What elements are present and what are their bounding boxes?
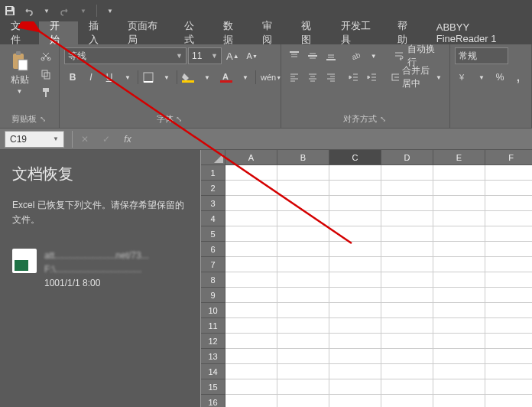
- cell[interactable]: [433, 165, 485, 181]
- border-caret[interactable]: ▼: [158, 69, 175, 86]
- cell[interactable]: [225, 395, 277, 407]
- cell[interactable]: [277, 288, 329, 303]
- cell[interactable]: [381, 196, 433, 211]
- cell[interactable]: [381, 395, 433, 407]
- paste-button[interactable]: 粘贴 ▼: [5, 47, 34, 98]
- enter-formula-button[interactable]: ✓: [97, 131, 115, 148]
- row-header[interactable]: 4: [201, 211, 225, 226]
- cancel-formula-button[interactable]: ✕: [76, 131, 94, 148]
- cell[interactable]: [329, 364, 381, 379]
- cell[interactable]: [381, 257, 433, 272]
- row-header[interactable]: 13: [201, 349, 225, 364]
- font-size-combo[interactable]: 11▼: [188, 47, 222, 64]
- cell[interactable]: [329, 334, 381, 349]
- cell[interactable]: [277, 272, 329, 288]
- recovery-item[interactable]: att........................net/73... F:\…: [12, 249, 188, 290]
- cell[interactable]: [433, 364, 485, 379]
- cell[interactable]: [381, 226, 433, 242]
- row-header[interactable]: 14: [201, 364, 225, 379]
- cell[interactable]: [329, 181, 381, 196]
- cell[interactable]: [329, 165, 381, 181]
- cell[interactable]: [381, 272, 433, 288]
- tab-data[interactable]: 数据: [212, 21, 251, 44]
- italic-button[interactable]: I: [83, 69, 99, 86]
- wrap-text-button[interactable]: 自动换行: [391, 47, 445, 64]
- cell[interactable]: [225, 303, 277, 318]
- font-name-combo[interactable]: 等线▼: [64, 47, 187, 64]
- cell[interactable]: [485, 272, 532, 288]
- row-header[interactable]: 6: [201, 242, 225, 257]
- increase-font-button[interactable]: A▲: [223, 47, 242, 64]
- cell[interactable]: [225, 181, 277, 196]
- currency-caret[interactable]: ▼: [473, 69, 490, 86]
- cell[interactable]: [277, 181, 329, 196]
- fill-color-caret[interactable]: ▼: [199, 69, 216, 86]
- tab-abbyy[interactable]: ABBYY FineReader 1: [426, 21, 532, 44]
- cell[interactable]: [381, 181, 433, 196]
- currency-button[interactable]: ¥: [455, 69, 472, 86]
- cell[interactable]: [433, 318, 485, 334]
- cell[interactable]: [277, 226, 329, 242]
- row-header[interactable]: 9: [201, 288, 225, 303]
- cell[interactable]: [485, 196, 532, 211]
- cell[interactable]: [329, 349, 381, 364]
- cell[interactable]: [329, 303, 381, 318]
- cell[interactable]: [225, 349, 277, 364]
- cell[interactable]: [381, 334, 433, 349]
- cell[interactable]: [329, 379, 381, 395]
- cell[interactable]: [277, 196, 329, 211]
- cell[interactable]: [485, 226, 532, 242]
- decrease-font-button[interactable]: A▼: [244, 47, 261, 64]
- cell[interactable]: [277, 165, 329, 181]
- customize-caret-icon[interactable]: ▼: [103, 4, 117, 18]
- increase-indent-button[interactable]: [364, 69, 381, 86]
- cell[interactable]: [433, 395, 485, 407]
- cell[interactable]: [225, 211, 277, 226]
- fx-button[interactable]: fx: [118, 131, 137, 148]
- cell[interactable]: [225, 318, 277, 334]
- cell[interactable]: [433, 379, 485, 395]
- cell[interactable]: [485, 334, 532, 349]
- cell[interactable]: [329, 196, 381, 211]
- tab-home[interactable]: 开始: [39, 21, 78, 44]
- cell[interactable]: [225, 288, 277, 303]
- row-header[interactable]: 2: [201, 181, 225, 196]
- cell[interactable]: [381, 379, 433, 395]
- cell[interactable]: [329, 211, 381, 226]
- dialog-launcher-icon[interactable]: ⤡: [380, 115, 388, 125]
- cell[interactable]: [225, 242, 277, 257]
- align-bottom-button[interactable]: [323, 47, 339, 64]
- align-right-button[interactable]: [323, 69, 339, 86]
- cell[interactable]: [329, 395, 381, 407]
- cell[interactable]: [381, 288, 433, 303]
- cell[interactable]: [433, 211, 485, 226]
- dialog-launcher-icon[interactable]: ⤡: [176, 115, 183, 125]
- cell[interactable]: [485, 288, 532, 303]
- tab-view[interactable]: 视图: [290, 21, 329, 44]
- tab-help[interactable]: 帮助: [387, 21, 426, 44]
- align-left-button[interactable]: [286, 69, 303, 86]
- percent-button[interactable]: %: [491, 69, 508, 86]
- font-color-button[interactable]: A: [217, 69, 235, 86]
- redo-icon[interactable]: [58, 4, 72, 18]
- cell[interactable]: [381, 349, 433, 364]
- cell[interactable]: [277, 257, 329, 272]
- cell[interactable]: [485, 181, 532, 196]
- cell[interactable]: [485, 211, 532, 226]
- row-header[interactable]: 7: [201, 257, 225, 272]
- cell[interactable]: [381, 364, 433, 379]
- tab-developer[interactable]: 开发工具: [330, 21, 387, 44]
- tab-insert[interactable]: 插入: [78, 21, 117, 44]
- cell[interactable]: [433, 288, 485, 303]
- cell[interactable]: [329, 242, 381, 257]
- cell[interactable]: [277, 379, 329, 395]
- cell[interactable]: [277, 395, 329, 407]
- spreadsheet-grid[interactable]: ABCDEF12345678910111213141516: [200, 150, 532, 407]
- cell[interactable]: [485, 318, 532, 334]
- cell[interactable]: [225, 196, 277, 211]
- column-header[interactable]: D: [381, 150, 433, 165]
- align-top-button[interactable]: [286, 47, 303, 64]
- tab-review[interactable]: 审阅: [251, 21, 290, 44]
- cell[interactable]: [433, 334, 485, 349]
- cell[interactable]: [277, 303, 329, 318]
